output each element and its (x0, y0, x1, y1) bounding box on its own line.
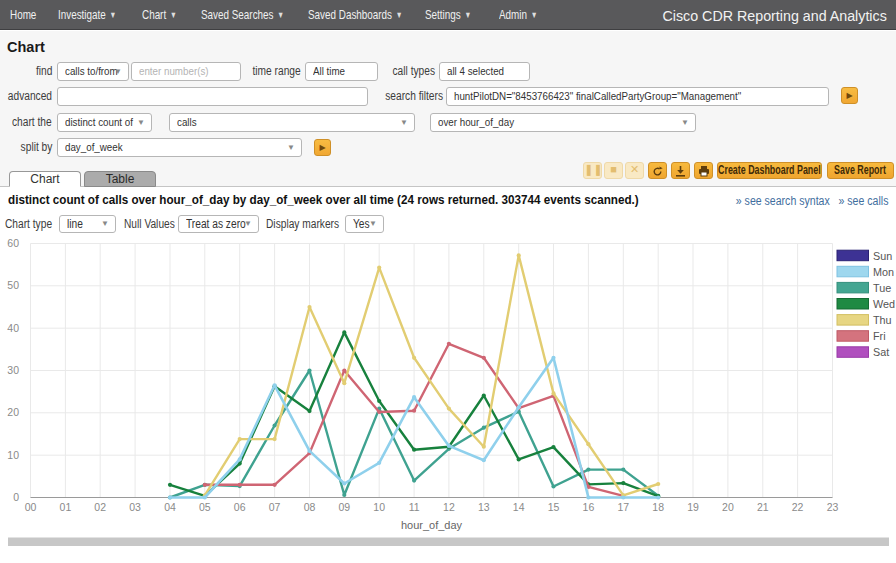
svg-text:23: 23 (827, 501, 839, 513)
svg-text:60: 60 (7, 237, 19, 249)
svg-text:30: 30 (7, 364, 19, 376)
svg-text:01: 01 (60, 501, 72, 513)
svg-text:Tue: Tue (873, 282, 891, 294)
svg-text:12: 12 (443, 501, 455, 513)
svg-text:21: 21 (757, 501, 769, 513)
svg-text:00: 00 (25, 501, 37, 513)
svg-text:19: 19 (687, 501, 699, 513)
svg-text:15: 15 (548, 501, 560, 513)
svg-text:22: 22 (792, 501, 804, 513)
svg-text:20: 20 (7, 406, 19, 418)
svg-text:17: 17 (617, 501, 629, 513)
svg-text:Mon: Mon (873, 266, 894, 278)
svg-text:18: 18 (652, 501, 664, 513)
svg-text:hour_of_day: hour_of_day (401, 519, 463, 531)
svg-text:50: 50 (7, 279, 19, 291)
svg-text:14: 14 (513, 501, 525, 513)
svg-text:03: 03 (129, 501, 141, 513)
svg-text:Wed: Wed (873, 298, 895, 310)
svg-text:10: 10 (373, 501, 385, 513)
svg-text:20: 20 (722, 501, 734, 513)
svg-text:10: 10 (7, 449, 19, 461)
svg-text:0: 0 (13, 491, 19, 503)
svg-text:Sat: Sat (873, 346, 889, 358)
svg-text:16: 16 (583, 501, 595, 513)
svg-text:04: 04 (164, 501, 176, 513)
svg-text:07: 07 (269, 501, 281, 513)
svg-text:06: 06 (234, 501, 246, 513)
svg-text:Thu: Thu (873, 314, 892, 326)
svg-text:Sun: Sun (873, 250, 892, 262)
svg-text:11: 11 (409, 501, 420, 513)
svg-text:Fri: Fri (873, 330, 886, 342)
svg-text:40: 40 (7, 322, 19, 334)
svg-text:08: 08 (304, 501, 316, 513)
svg-text:09: 09 (338, 501, 350, 513)
svg-text:13: 13 (478, 501, 490, 513)
svg-text:05: 05 (199, 501, 211, 513)
svg-text:02: 02 (94, 501, 106, 513)
